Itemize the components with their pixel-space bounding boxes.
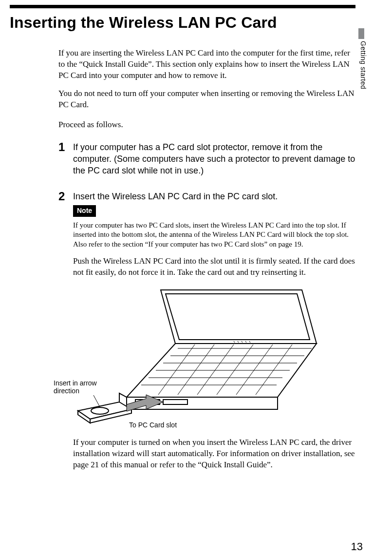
svg-line-22	[93, 395, 100, 407]
svg-line-9	[158, 345, 195, 395]
note-text: If your computer has two PC Card slots, …	[73, 221, 355, 249]
step-text: If your computer has a PC card slot prot…	[73, 141, 355, 177]
step-2: 2 Insert the Wireless LAN PC Card in the…	[58, 191, 355, 471]
step-paragraph: Push the Wireless LAN PC Card into the s…	[73, 256, 355, 278]
top-rule	[10, 5, 355, 8]
step-paragraph: If your computer is turned on when you i…	[73, 437, 355, 471]
note-label: Note	[73, 205, 96, 217]
svg-line-10	[178, 345, 214, 395]
intro-paragraph: If you are inserting the Wireless LAN PC…	[58, 48, 355, 81]
svg-line-19	[249, 341, 250, 343]
document-page: Inserting the Wireless LAN PC Card Getti…	[0, 0, 392, 494]
svg-line-18	[245, 341, 246, 343]
side-tab-label: Getting started	[358, 41, 368, 89]
step-list: 1 If your computer has a PC card slot pr…	[58, 141, 355, 471]
page-number: 13	[351, 539, 363, 554]
laptop-insert-card-illustration: Insert in arrow direction To PC Card slo…	[73, 285, 355, 431]
svg-line-17	[242, 341, 243, 343]
side-tab-marker	[358, 28, 364, 39]
illustration-label-to-pc-card-slot: To PC Card slot	[129, 421, 177, 430]
svg-line-16	[238, 341, 239, 343]
intro-paragraph: You do not need to turn off your compute…	[58, 88, 355, 111]
svg-line-14	[256, 345, 292, 395]
page-title: Inserting the Wireless LAN PC Card	[10, 12, 355, 33]
step-1: 1 If your computer has a PC card slot pr…	[58, 141, 355, 177]
svg-line-12	[217, 345, 253, 395]
svg-line-15	[234, 341, 235, 343]
svg-line-11	[197, 345, 234, 395]
svg-point-20	[91, 407, 109, 414]
step-text: Insert the Wireless LAN PC Card in the P…	[73, 191, 355, 202]
illustration-label-insert-direction-line2: direction	[54, 386, 79, 396]
svg-line-13	[236, 345, 273, 395]
step-number: 2	[58, 189, 65, 204]
step-number: 1	[58, 139, 65, 155]
body-content: If you are inserting the Wireless LAN PC…	[58, 48, 355, 471]
intro-paragraph: Proceed as follows.	[58, 119, 355, 131]
svg-rect-2	[163, 400, 187, 404]
